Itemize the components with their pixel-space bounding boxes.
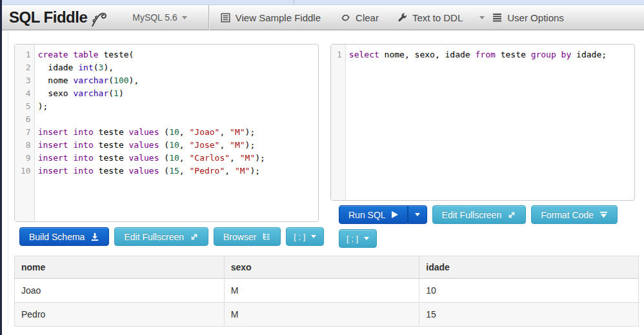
results-column-header: sexo <box>224 256 419 279</box>
button-label: Format Code <box>541 210 594 220</box>
window-left-edge <box>0 0 2 335</box>
query-editor-code[interactable]: select nome, sexo, idade from teste grou… <box>346 45 634 200</box>
menu-item-label: User Options <box>507 12 564 23</box>
button-label: [ ; ] <box>294 232 305 241</box>
text-to-ddl-button[interactable]: Text to DDL <box>397 12 463 23</box>
code-line <box>38 113 318 126</box>
line-number: 5 <box>21 100 31 113</box>
line-number: 9 <box>21 152 31 165</box>
run-sql-split-button: Run SQL <box>339 205 427 224</box>
fullscreen-expand-icon <box>190 232 199 241</box>
schema-editor-code[interactable]: create table teste( idade int(3), nome v… <box>35 45 318 221</box>
query-delimiter-button[interactable]: [ ; ] <box>339 229 377 248</box>
run-sql-dropdown-toggle[interactable] <box>408 205 427 224</box>
app-header: SQL Fiddle MySQL 5.6 View Sample Fiddle <box>0 5 644 30</box>
build-schema-button[interactable]: Build Schema <box>19 227 109 246</box>
line-number: 10 <box>21 165 31 178</box>
db-version-dropdown[interactable]: MySQL 5.6 <box>132 12 187 23</box>
view-sample-fiddle-button[interactable]: View Sample Fiddle <box>221 12 321 23</box>
code-line: insert into teste values (10, "Jose", "M… <box>38 139 318 152</box>
chevron-down-icon <box>364 237 369 240</box>
line-number: 7 <box>21 126 31 139</box>
schema-browser-tree-icon <box>262 232 271 241</box>
line-number: 2 <box>21 61 31 74</box>
play-icon <box>392 211 398 218</box>
results-table: nomesexoidade JoaoM10PedroM15 <box>14 256 639 327</box>
results-column-header: nome <box>15 256 225 279</box>
button-label: Build Schema <box>29 232 85 242</box>
button-label: Run SQL <box>348 210 386 220</box>
menu-item-label: Clear <box>356 12 379 23</box>
table-cell: M <box>224 279 419 303</box>
chevron-down-icon <box>182 16 187 19</box>
header-divider <box>208 5 209 30</box>
code-line: insert into teste values (15, "Pedro", "… <box>38 165 318 178</box>
table-row: PedroM15 <box>15 303 639 327</box>
top-strip-divider <box>294 0 294 5</box>
query-editor-gutter: 1 <box>331 45 346 200</box>
logo-text: SQL Fiddle <box>9 8 87 26</box>
schema-editor[interactable]: 12345678910 create table teste( idade in… <box>14 44 319 222</box>
code-line: insert into teste values (10, "Joao", "M… <box>38 126 318 139</box>
line-number: 1 <box>337 48 342 61</box>
query-edit-fullscreen-button[interactable]: Edit Fullscreen <box>432 205 527 224</box>
user-options-button[interactable]: User Options <box>492 12 564 23</box>
button-label: Edit Fullscreen <box>442 210 502 220</box>
button-label: [ ; ] <box>347 234 358 243</box>
browser-button[interactable]: Browser <box>214 227 281 246</box>
code-line: nome varchar(100), <box>38 74 318 87</box>
table-cell: M <box>224 303 419 327</box>
chevron-down-icon <box>311 235 316 238</box>
fiddlehead-fern-icon <box>88 8 109 28</box>
browser-top-strip <box>0 0 644 5</box>
line-number: 6 <box>21 113 31 126</box>
clear-button[interactable]: Clear <box>341 12 379 23</box>
format-filter-icon <box>599 211 608 219</box>
schema-editor-gutter: 12345678910 <box>15 45 35 221</box>
sql-fiddle-logo[interactable]: SQL Fiddle <box>9 7 109 28</box>
wrench-icon <box>397 13 407 23</box>
table-cell: 10 <box>419 279 639 303</box>
code-line: idade int(3), <box>38 61 318 74</box>
button-label: Edit Fullscreen <box>124 232 184 242</box>
query-editor[interactable]: 1 select nome, sexo, idade from teste gr… <box>330 44 635 201</box>
run-sql-button[interactable]: Run SQL <box>339 205 408 224</box>
query-button-row-2: [ ; ] <box>339 229 377 248</box>
results-column-header: idade <box>419 256 639 279</box>
left-faint-divider <box>8 30 8 326</box>
line-number: 3 <box>21 74 31 87</box>
button-label: Browser <box>223 232 256 242</box>
chevron-down-icon <box>415 213 420 216</box>
code-line: sexo varchar(1) <box>38 87 318 100</box>
code-line: insert into teste values (10, "Carlos", … <box>38 152 318 165</box>
menu-chevron-down-icon[interactable] <box>479 16 485 19</box>
menu-item-label: View Sample Fiddle <box>236 12 321 23</box>
table-cell: Joao <box>15 279 225 303</box>
schema-delimiter-button[interactable]: [ ; ] <box>286 227 324 246</box>
table-cell: 15 <box>419 303 639 327</box>
query-button-row: Run SQL Edit Fullscreen Format Code <box>339 205 618 224</box>
menu-item-label: Text to DDL <box>412 12 463 23</box>
list-icon <box>492 13 502 22</box>
results-header-row: nomesexoidade <box>15 256 639 279</box>
schema-button-row: Build Schema Edit Fullscreen Browser <box>19 227 324 246</box>
download-icon <box>90 232 99 241</box>
fullscreen-expand-icon <box>507 210 516 219</box>
line-number: 4 <box>21 87 31 100</box>
table-row: JoaoM10 <box>15 279 639 303</box>
table-cell: Pedro <box>15 303 225 327</box>
line-number: 8 <box>21 139 31 152</box>
code-line: ); <box>38 100 318 113</box>
code-line: create table teste( <box>38 48 318 61</box>
refresh-icon <box>341 13 350 23</box>
format-code-button[interactable]: Format Code <box>531 205 618 224</box>
code-line: select nome, sexo, idade from teste grou… <box>349 48 634 61</box>
line-number: 1 <box>21 48 31 61</box>
sample-fiddle-icon <box>221 13 230 23</box>
schema-edit-fullscreen-button[interactable]: Edit Fullscreen <box>114 227 208 246</box>
db-version-label: MySQL 5.6 <box>132 12 177 23</box>
